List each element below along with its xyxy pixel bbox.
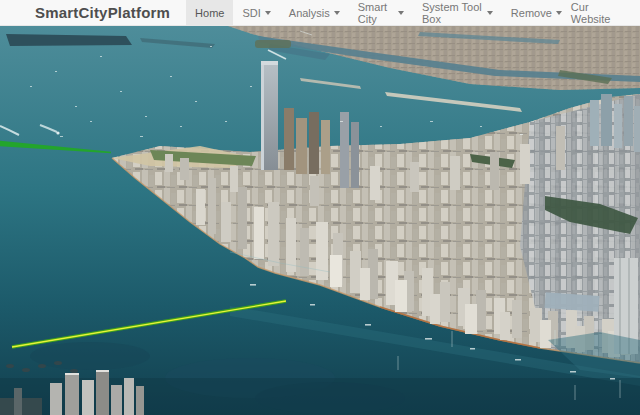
nav-item-sdi[interactable]: SDI [233,0,279,25]
caret-down-icon [556,11,562,15]
caret-down-icon [265,11,271,15]
nav-item-remove-label: Remove [511,7,552,19]
nav-item-sdi-label: SDI [242,7,260,19]
nav-item-system-tool-box[interactable]: System Tool Box [413,0,502,25]
nav-item-system-tool-box-label: System Tool Box [422,1,483,25]
top-navbar: SmartCityPlatform Home SDI Analysis Smar… [0,0,640,26]
nav-item-smart-city[interactable]: Smart City [349,0,413,25]
nav-item-remove[interactable]: Remove [502,0,571,25]
caret-down-icon [398,11,404,15]
navbar-right: Cur Website [571,0,640,25]
nav-item-analysis-label: Analysis [289,7,330,19]
map-3d-scene [0,26,640,415]
smart-city-platform-window: SmartCityPlatform Home SDI Analysis Smar… [0,0,640,415]
caret-down-icon [487,11,493,15]
caret-down-icon [334,11,340,15]
brand-logo[interactable]: SmartCityPlatform [0,0,186,25]
nav-item-smart-city-label: Smart City [358,1,394,25]
nav-item-home[interactable]: Home [186,0,233,25]
nav-item-home-label: Home [195,7,224,19]
map-3d-viewport[interactable] [0,26,640,415]
nav-item-analysis[interactable]: Analysis [280,0,349,25]
main-menu: Home SDI Analysis Smart City System Tool… [186,0,571,25]
nav-item-our-website[interactable]: Cur Website [571,1,626,25]
